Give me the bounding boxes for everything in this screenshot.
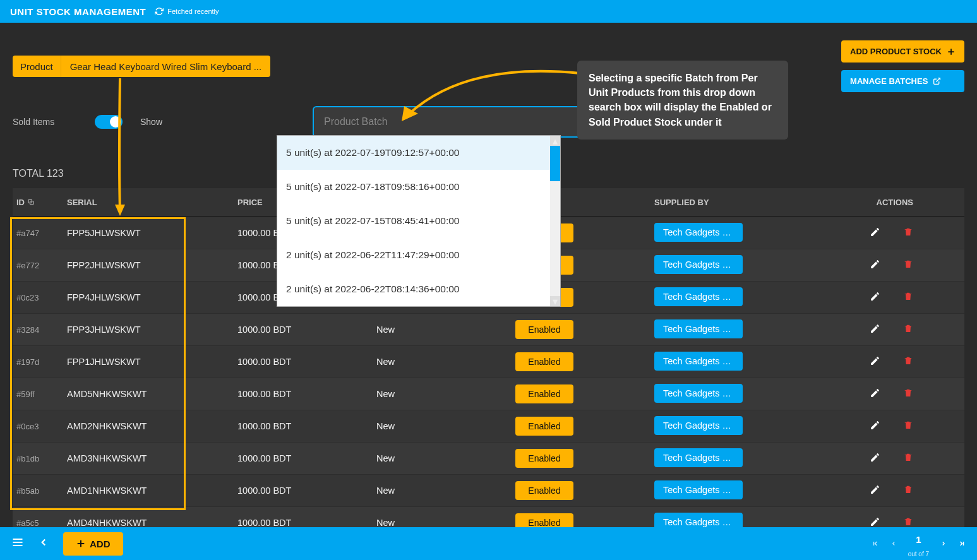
sold-items-label: Sold Items bbox=[13, 117, 82, 127]
delete-button[interactable] bbox=[903, 291, 913, 304]
table-row[interactable]: #59ffAMD5NHKWSKWT1000.00 BDTNewEnabledTe… bbox=[13, 378, 964, 410]
cell-actions bbox=[781, 484, 938, 497]
add-product-stock-button[interactable]: ADD PRODUCT STOCK bbox=[841, 40, 964, 63]
bottom-bar: ADD 1 out of 7 bbox=[0, 527, 977, 560]
refresh-status[interactable]: Fetched recently bbox=[155, 7, 219, 16]
delete-button[interactable] bbox=[903, 484, 913, 497]
manage-batches-button[interactable]: MANAGE BATCHES bbox=[841, 70, 964, 92]
supplier-button[interactable]: Tech Gadgets Su... bbox=[654, 223, 743, 242]
cell-serial: AMD1NHKWSKWT bbox=[67, 486, 237, 496]
edit-button[interactable] bbox=[870, 388, 880, 400]
cell-price: 1000.00 BDT bbox=[237, 518, 376, 528]
supplier-button[interactable]: Tech Gadgets Su... bbox=[654, 480, 743, 499]
edit-button[interactable] bbox=[870, 452, 880, 465]
edit-button[interactable] bbox=[870, 484, 880, 497]
table-row[interactable]: #197dFPP1JHLWSKWT1000.00 BDTNewEnabledTe… bbox=[13, 346, 964, 378]
cell-serial: FPP4JHLWSKWT bbox=[67, 292, 237, 302]
supplier-button[interactable]: Tech Gadgets Su... bbox=[654, 416, 743, 435]
scroll-down-icon[interactable]: ▾ bbox=[550, 296, 560, 306]
col-supplied[interactable]: SUPPLIED BY bbox=[654, 198, 781, 207]
status-badge[interactable]: Enabled bbox=[515, 417, 573, 436]
product-pill[interactable]: Product Gear Head Keyboard Wired Slim Ke… bbox=[13, 56, 270, 77]
supplier-button[interactable]: Tech Gadgets Su... bbox=[654, 384, 743, 403]
cell-actions bbox=[781, 227, 938, 239]
cell-serial: FPP3JHLWSKWT bbox=[67, 325, 237, 335]
batch-option[interactable]: 5 unit(s) at 2022-07-15T08:45:41+00:00 bbox=[277, 204, 560, 238]
menu-button[interactable] bbox=[11, 536, 24, 551]
delete-button[interactable] bbox=[903, 227, 913, 239]
table-row[interactable]: #3284FPP3JHLWSKWT1000.00 BDTNewEnabledTe… bbox=[13, 314, 964, 346]
page-next-icon[interactable] bbox=[940, 540, 947, 547]
col-serial[interactable]: SERIAL bbox=[67, 198, 237, 207]
supplier-button[interactable]: Tech Gadgets Su... bbox=[654, 255, 743, 274]
plus-icon bbox=[947, 47, 956, 56]
edit-button[interactable] bbox=[870, 323, 880, 336]
trash-icon bbox=[903, 420, 913, 430]
help-tooltip: Selecting a specific Batch from Per Unit… bbox=[577, 61, 788, 140]
delete-button[interactable] bbox=[903, 420, 913, 432]
page-last-icon[interactable] bbox=[958, 540, 966, 547]
cell-supplied: Tech Gadgets Su... bbox=[654, 480, 781, 501]
add-button[interactable]: ADD bbox=[63, 532, 123, 556]
scroll-up-icon[interactable]: ▴ bbox=[550, 136, 560, 146]
cell-condition: New bbox=[376, 486, 515, 496]
row-filters: Sold Items Show Product Batch bbox=[13, 106, 964, 138]
product-batch-placeholder: Product Batch bbox=[324, 116, 388, 128]
status-badge[interactable]: Enabled bbox=[515, 384, 573, 403]
dropdown-scrollbar[interactable]: ▴ ▾ bbox=[550, 136, 560, 306]
status-badge[interactable]: Enabled bbox=[515, 352, 573, 371]
back-button[interactable] bbox=[38, 537, 49, 551]
cell-supplied: Tech Gadgets Su... bbox=[654, 287, 781, 308]
cell-price: 1000.00 BDT bbox=[237, 421, 376, 431]
product-batch-select[interactable]: Product Batch bbox=[313, 106, 597, 138]
delete-button[interactable] bbox=[903, 259, 913, 271]
status-badge[interactable]: Enabled bbox=[515, 481, 573, 500]
status-badge[interactable]: Enabled bbox=[515, 320, 573, 339]
delete-button[interactable] bbox=[903, 388, 913, 400]
batch-option[interactable]: 2 unit(s) at 2022-06-22T11:47:29+00:00 bbox=[277, 238, 560, 272]
col-id[interactable]: ID bbox=[16, 198, 67, 207]
menu-icon bbox=[11, 536, 24, 549]
page-current: 1 bbox=[916, 535, 921, 545]
supplier-button[interactable]: Tech Gadgets Su... bbox=[654, 319, 743, 338]
edit-button[interactable] bbox=[870, 291, 880, 304]
edit-button[interactable] bbox=[870, 355, 880, 368]
table-row[interactable]: #b1dbAMD3NHKWSKWT1000.00 BDTNewEnabledTe… bbox=[13, 443, 964, 475]
row-product: Product Gear Head Keyboard Wired Slim Ke… bbox=[13, 40, 964, 92]
status-badge[interactable]: Enabled bbox=[515, 449, 573, 468]
sold-items-toggle[interactable] bbox=[95, 115, 123, 129]
cell-actions bbox=[781, 323, 938, 336]
supplier-button[interactable]: Tech Gadgets Su... bbox=[654, 352, 743, 371]
batch-option[interactable]: 2 unit(s) at 2022-06-22T08:14:36+00:00 bbox=[277, 272, 560, 306]
cell-serial: AMD5NHKWSKWT bbox=[67, 389, 237, 399]
product-label: Product bbox=[13, 56, 61, 77]
cell-serial: AMD4NHKWSKWT bbox=[67, 518, 237, 528]
page-prev-icon[interactable] bbox=[890, 540, 897, 547]
scroll-thumb[interactable] bbox=[550, 146, 560, 181]
batch-option[interactable]: 5 unit(s) at 2022-07-19T09:12:57+00:00 bbox=[277, 136, 560, 170]
supplier-button[interactable]: Tech Gadgets Su... bbox=[654, 287, 743, 306]
trash-icon bbox=[903, 484, 913, 494]
table-row[interactable]: #b5abAMD1NHKWSKWT1000.00 BDTNewEnabledTe… bbox=[13, 475, 964, 507]
batch-option[interactable]: 5 unit(s) at 2022-07-18T09:58:16+00:00 bbox=[277, 170, 560, 204]
table-row[interactable]: #0ce3AMD2NHKWSKWT1000.00 BDTNewEnabledTe… bbox=[13, 410, 964, 443]
page-outof: out of 7 bbox=[908, 551, 929, 557]
help-tooltip-text: Selecting a specific Batch from Per Unit… bbox=[589, 73, 772, 128]
top-bar: UNIT STOCK MANAGEMENT Fetched recently bbox=[0, 0, 977, 23]
trash-icon bbox=[903, 516, 913, 527]
supplier-button[interactable]: Tech Gadgets Su... bbox=[654, 448, 743, 467]
manage-batches-label: MANAGE BATCHES bbox=[850, 76, 928, 86]
cell-condition: New bbox=[376, 357, 515, 367]
cell-id: #a747 bbox=[16, 229, 67, 238]
edit-button[interactable] bbox=[870, 227, 880, 239]
page-first-icon[interactable] bbox=[872, 540, 879, 547]
edit-button[interactable] bbox=[870, 259, 880, 271]
delete-button[interactable] bbox=[903, 452, 913, 465]
delete-button[interactable] bbox=[903, 355, 913, 368]
trash-icon bbox=[903, 452, 913, 462]
delete-button[interactable] bbox=[903, 323, 913, 336]
cell-status: Enabled bbox=[515, 449, 654, 468]
edit-button[interactable] bbox=[870, 420, 880, 432]
toggle-knob bbox=[110, 116, 121, 128]
chevron-left-icon bbox=[38, 537, 49, 548]
